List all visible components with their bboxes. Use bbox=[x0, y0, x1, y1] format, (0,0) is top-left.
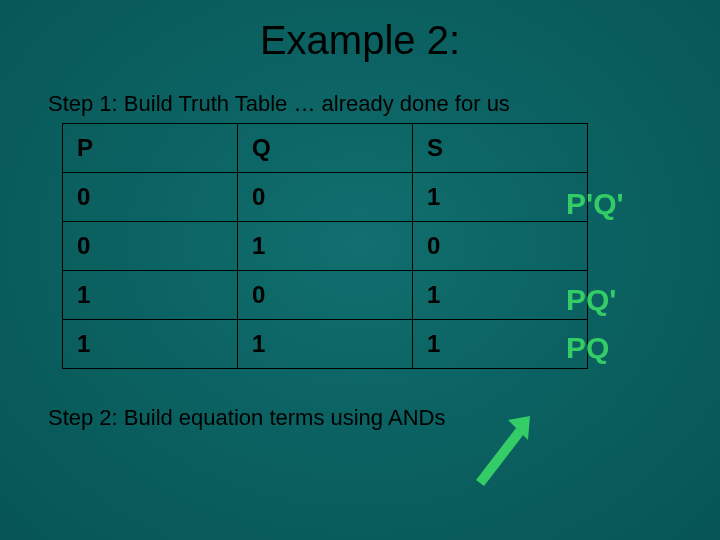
cell-s: 1 bbox=[413, 173, 588, 222]
minterm-row-0: P'Q' bbox=[566, 180, 706, 228]
table-row: 0 0 1 bbox=[63, 173, 588, 222]
cell-q: 0 bbox=[238, 271, 413, 320]
svg-marker-0 bbox=[476, 428, 524, 486]
cell-s: 0 bbox=[413, 222, 588, 271]
step-1-text: Step 1: Build Truth Table … already done… bbox=[48, 91, 720, 117]
cell-q: 1 bbox=[238, 222, 413, 271]
col-header-s: S bbox=[413, 124, 588, 173]
table-row: 0 1 0 bbox=[63, 222, 588, 271]
cell-p: 1 bbox=[63, 271, 238, 320]
cell-p: 1 bbox=[63, 320, 238, 369]
truth-table: P Q S 0 0 1 0 1 0 1 0 1 1 1 1 bbox=[62, 123, 588, 369]
table-row: 1 0 1 bbox=[63, 271, 588, 320]
cell-p: 0 bbox=[63, 222, 238, 271]
step-2-text: Step 2: Build equation terms using ANDs bbox=[48, 405, 720, 431]
cell-s: 1 bbox=[413, 320, 588, 369]
cell-p: 0 bbox=[63, 173, 238, 222]
table-header-row: P Q S bbox=[63, 124, 588, 173]
cell-s: 1 bbox=[413, 271, 588, 320]
col-header-q: Q bbox=[238, 124, 413, 173]
cell-q: 0 bbox=[238, 173, 413, 222]
col-header-p: P bbox=[63, 124, 238, 173]
minterm-column: P'Q' PQ' PQ bbox=[566, 180, 706, 372]
minterm-row-2: PQ' bbox=[566, 276, 706, 324]
minterm-row-3: PQ bbox=[566, 324, 706, 372]
cell-q: 1 bbox=[238, 320, 413, 369]
table-row: 1 1 1 bbox=[63, 320, 588, 369]
slide-title: Example 2: bbox=[0, 0, 720, 63]
slide: Example 2: Step 1: Build Truth Table … a… bbox=[0, 0, 720, 540]
